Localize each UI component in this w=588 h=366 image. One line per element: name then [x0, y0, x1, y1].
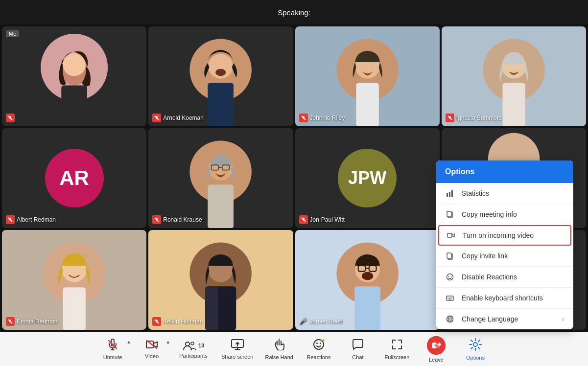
svg-point-86 — [314, 340, 324, 349]
svg-rect-29 — [208, 184, 234, 228]
video-cell-james: 🎤 James Reed — [295, 230, 440, 330]
me-badge: Me — [6, 30, 19, 37]
options-menu: Options Statistics Copy meeting info Tur… — [436, 160, 573, 329]
mute-icon-ignacio — [446, 114, 454, 122]
svg-rect-20 — [502, 83, 525, 126]
svg-point-88 — [320, 343, 321, 344]
participant-label-james: 🎤 James Reed — [299, 317, 343, 326]
options-icon — [469, 338, 482, 353]
participant-label-kelvin: Kelvin Hoffman — [152, 317, 203, 326]
video-button[interactable]: Video ▲ — [132, 332, 171, 366]
mute-icon-albert — [6, 215, 15, 224]
svg-rect-37 — [63, 287, 85, 330]
svg-point-64 — [448, 276, 449, 277]
statistics-label: Statistics — [462, 189, 489, 197]
mute-icon-emma — [6, 317, 15, 326]
svg-rect-44 — [205, 286, 218, 330]
participant-label-ignacio: Ignacio Summers — [446, 114, 502, 122]
participants-icon-group: 13 — [183, 340, 204, 351]
svg-rect-57 — [451, 190, 453, 197]
svg-point-87 — [316, 343, 318, 344]
unmute-label: Unmute — [103, 354, 122, 360]
options-copy-meeting-info[interactable]: Copy meeting info — [436, 204, 573, 225]
options-copy-invite[interactable]: Copy invite link — [436, 246, 573, 267]
speaking-label: Speaking: — [278, 8, 310, 17]
video-cell-ignacio: Ignacio Summers — [442, 26, 586, 126]
toolbar: Unmute ▲ Video ▲ 13 Participants — [0, 332, 588, 366]
video-chevron[interactable]: ▲ — [165, 339, 170, 344]
reactions-icon — [313, 339, 325, 352]
video-cell-arnold: Arnold Koeman — [148, 26, 293, 126]
svg-rect-68 — [449, 297, 450, 298]
change-language-chevron: › — [562, 315, 564, 323]
options-keyboard-shortcuts[interactable]: Enable keyboard shortcuts — [436, 288, 573, 309]
video-cell-ronald: Ronald Krause — [148, 128, 293, 228]
mute-icon-kelvin — [152, 317, 161, 326]
avatar-albert: AR — [45, 149, 104, 207]
svg-rect-10 — [208, 83, 234, 126]
options-button[interactable]: Options — [456, 332, 495, 366]
options-menu-title: Options — [436, 160, 573, 183]
copy-meeting-info-icon — [445, 210, 455, 218]
mic-icon-james: 🎤 — [299, 317, 308, 326]
copy-meeting-info-label: Copy meeting info — [462, 210, 517, 218]
share-screen-button[interactable]: Share screen — [215, 332, 259, 366]
keyboard-shortcuts-label: Enable keyboard shortcuts — [462, 294, 543, 302]
video-cell-jonpaul: JPW Jon-Paul Witt — [295, 128, 440, 228]
keyboard-shortcuts-icon — [445, 294, 455, 302]
options-change-language[interactable]: Change Language › — [436, 309, 573, 329]
svg-point-81 — [191, 342, 194, 345]
unmute-icon — [107, 339, 118, 352]
fullscreen-label: Fullscreen — [385, 354, 410, 360]
participant-label-jonpaul: Jon-Paul Witt — [299, 215, 345, 224]
svg-point-89 — [323, 339, 325, 341]
change-language-icon — [445, 315, 455, 323]
participant-label-johnnie: Johnnie Riley — [299, 114, 345, 122]
chat-button[interactable]: Chat — [338, 332, 377, 366]
video-cell-albert: AR Albert Redman — [2, 128, 146, 228]
options-disable-reactions[interactable]: Disable Reactions — [436, 267, 573, 288]
fullscreen-button[interactable]: Fullscreen — [377, 332, 417, 366]
reactions-button[interactable]: Reactions — [299, 332, 338, 366]
unmute-chevron[interactable]: ▲ — [126, 339, 131, 344]
video-icon — [146, 340, 158, 351]
mute-icon-me — [6, 114, 15, 122]
svg-rect-62 — [447, 253, 451, 258]
svg-point-71 — [447, 316, 453, 322]
participant-label-emma: Emma Redman — [6, 317, 57, 326]
video-cell-johnnie: Johnnie Riley — [295, 26, 440, 126]
reactions-label: Reactions — [306, 354, 330, 360]
svg-rect-67 — [447, 297, 448, 298]
participants-button[interactable]: 13 Participants — [171, 332, 215, 366]
unmute-button[interactable]: Unmute ▲ — [93, 332, 132, 366]
svg-rect-56 — [449, 192, 450, 197]
video-cell-emma: Emma Redman — [2, 230, 146, 330]
options-statistics[interactable]: Statistics — [436, 183, 573, 204]
chat-icon — [352, 339, 364, 352]
video-cell-kelvin: Kelvin Hoffman — [148, 230, 293, 330]
video-cell-me: Me — [2, 26, 146, 126]
svg-point-52 — [362, 272, 373, 280]
mute-icon-johnnie — [299, 114, 308, 122]
svg-line-79 — [147, 341, 157, 348]
copy-invite-icon — [445, 252, 455, 260]
svg-rect-70 — [448, 299, 451, 300]
svg-point-63 — [447, 274, 453, 280]
avatar-jonpaul: JPW — [338, 149, 397, 207]
share-screen-label: Share screen — [221, 354, 253, 360]
disable-reactions-label: Disable Reactions — [462, 273, 517, 281]
svg-rect-59 — [447, 211, 451, 217]
svg-rect-69 — [451, 297, 452, 298]
change-language-label: Change Language — [462, 315, 518, 323]
raise-hand-label: Raise Hand — [265, 354, 293, 360]
statistics-icon — [445, 189, 455, 197]
copy-invite-label: Copy invite link — [462, 252, 508, 260]
leave-button[interactable]: Leave — [417, 332, 456, 366]
video-label: Video — [145, 353, 159, 359]
raise-hand-button[interactable]: Raise Hand — [259, 332, 299, 366]
chat-label: Chat — [352, 354, 363, 360]
speaking-bar: Speaking: — [0, 0, 588, 24]
svg-rect-53 — [354, 286, 380, 330]
options-turn-on-video[interactable]: Turn on incoming video — [438, 225, 571, 246]
svg-rect-15 — [356, 83, 378, 126]
